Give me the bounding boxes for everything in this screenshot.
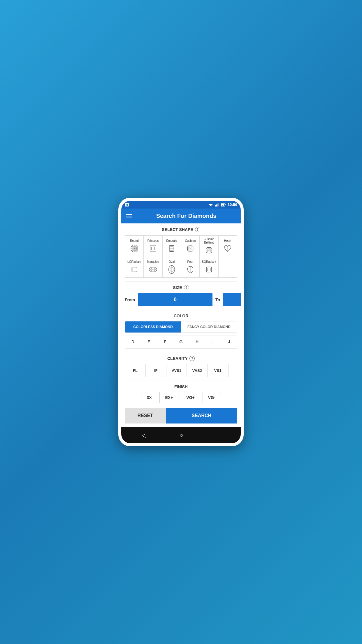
phone-screen: M ✓ — [121, 201, 241, 443]
reset-button[interactable]: RESET — [125, 408, 166, 424]
divider-1 — [125, 281, 237, 281]
clarity-label: CLEARITY — [167, 356, 188, 361]
color-h[interactable]: H — [189, 335, 205, 348]
nav-bar: ◁ ○ □ — [121, 427, 241, 443]
emerald-icon — [167, 244, 176, 253]
oval-icon — [167, 265, 176, 274]
toolbar-title: Search For Diamonds — [136, 213, 236, 219]
color-label: COLOR — [174, 314, 189, 318]
color-d[interactable]: D — [125, 335, 141, 348]
color-g[interactable]: G — [173, 335, 189, 348]
finish-explus[interactable]: EX+ — [159, 392, 178, 403]
size-section-header: SIZE ? — [125, 285, 237, 290]
shape-grid: Round Princess — [125, 235, 237, 278]
svg-rect-4 — [218, 203, 219, 206]
svg-rect-2 — [216, 204, 217, 206]
clarity-vvs2[interactable]: VVS2 — [187, 364, 208, 377]
finish-vgplus[interactable]: VG+ — [181, 392, 200, 403]
svg-rect-33 — [132, 267, 137, 272]
finish-label: FINISH — [174, 384, 188, 389]
round-icon — [130, 244, 139, 253]
cushion-icon — [186, 244, 195, 253]
clarity-if[interactable]: IF — [146, 364, 166, 377]
svg-rect-1 — [215, 205, 216, 206]
fancy-color-button[interactable]: FANCY COLOR DIAMOND — [181, 321, 237, 332]
status-right: ✓ 10:59 — [208, 202, 237, 207]
shape-cushion[interactable]: Cushion — [181, 235, 200, 257]
svg-rect-3 — [217, 204, 218, 206]
back-button[interactable]: ◁ — [138, 430, 150, 440]
divider-3 — [125, 352, 237, 352]
shape-help-icon[interactable]: ? — [195, 227, 200, 232]
recent-button[interactable]: □ — [213, 431, 224, 440]
shape-emerald[interactable]: Emerald — [162, 235, 181, 257]
clock: 10:59 — [228, 202, 237, 207]
princess-icon — [148, 244, 158, 253]
svg-rect-6 — [225, 204, 226, 205]
shape-pear[interactable]: Pear — [181, 257, 200, 277]
divider-4 — [125, 381, 237, 381]
to-label: To — [215, 298, 220, 302]
svg-rect-34 — [133, 268, 136, 271]
bottom-buttons: RESET SEARCH — [125, 408, 237, 424]
color-i[interactable]: I — [205, 335, 221, 348]
divider-2 — [125, 310, 237, 310]
finish-buttons-row: 3X EX+ VG+ VG- — [125, 392, 237, 403]
shape-oval[interactable]: Oval — [162, 257, 181, 277]
shape-princess[interactable]: Princess — [144, 235, 162, 257]
status-left: M — [125, 203, 129, 206]
svg-rect-42 — [206, 267, 212, 272]
size-row: From To — [125, 293, 237, 306]
menu-button[interactable] — [126, 214, 132, 218]
size-help-icon[interactable]: ? — [184, 285, 189, 290]
battery-icon: ✓ — [221, 203, 226, 206]
finish-vgminus[interactable]: VG- — [203, 392, 221, 403]
clarity-vs1[interactable]: VS1 — [208, 364, 228, 377]
signal-icon — [215, 203, 219, 206]
lgradiant-icon — [130, 265, 139, 274]
color-f[interactable]: F — [157, 335, 173, 348]
size-to-input[interactable] — [223, 293, 241, 306]
clarity-fl[interactable]: FL — [125, 364, 146, 377]
clarity-section-header: CLEARITY ? — [125, 356, 237, 361]
shape-marquise[interactable]: Marquise — [144, 257, 162, 277]
phone-frame: M ✓ — [118, 198, 244, 446]
clarity-buttons-row: FL IF VVS1 VVS2 VS1 — [125, 364, 237, 377]
color-e[interactable]: E — [141, 335, 157, 348]
shape-empty — [218, 257, 237, 277]
finish-section-header: FINISH — [125, 384, 237, 389]
color-j[interactable]: J — [221, 335, 237, 348]
clarity-overflow — [228, 364, 237, 377]
shape-heart[interactable]: Heart — [218, 235, 237, 257]
wifi-icon — [208, 203, 213, 206]
status-bar: M ✓ — [121, 201, 241, 209]
shape-cushion-brilliant[interactable]: Cushion Brilliant — [200, 235, 218, 257]
shape-label: SELECT SHAPE — [162, 227, 193, 232]
shape-round[interactable]: Round — [125, 235, 144, 257]
svg-rect-43 — [208, 268, 210, 271]
size-from-input[interactable] — [138, 293, 212, 306]
svg-marker-0 — [208, 204, 213, 206]
clarity-vvs1[interactable]: VVS1 — [166, 364, 187, 377]
sqradiant-icon — [204, 265, 214, 274]
color-section-header: COLOR — [125, 314, 237, 318]
gmail-icon: M — [125, 203, 129, 206]
color-buttons-row: D E F G H I J — [125, 335, 237, 349]
shape-sqradiant[interactable]: SQRadiant — [200, 257, 218, 277]
heart-icon — [223, 244, 232, 253]
cushion-brilliant-icon — [204, 246, 214, 255]
finish-3x[interactable]: 3X — [141, 392, 157, 403]
svg-text:✓: ✓ — [222, 204, 224, 206]
colorless-button[interactable]: COLORLESS DIAMOND — [125, 321, 181, 332]
from-label: From — [125, 298, 135, 302]
pear-icon — [186, 265, 195, 274]
clarity-help-icon[interactable]: ? — [189, 356, 195, 361]
search-button[interactable]: SEARCH — [166, 408, 237, 424]
home-button[interactable]: ○ — [176, 431, 187, 440]
toolbar: Search For Diamonds — [121, 209, 241, 223]
size-label: SIZE — [173, 285, 182, 290]
shape-section-header: SELECT SHAPE ? — [125, 227, 237, 232]
marquise-icon — [148, 265, 158, 274]
shape-lgradiant[interactable]: LGRadiant — [125, 257, 144, 277]
main-content: SELECT SHAPE ? Round — [121, 223, 241, 427]
